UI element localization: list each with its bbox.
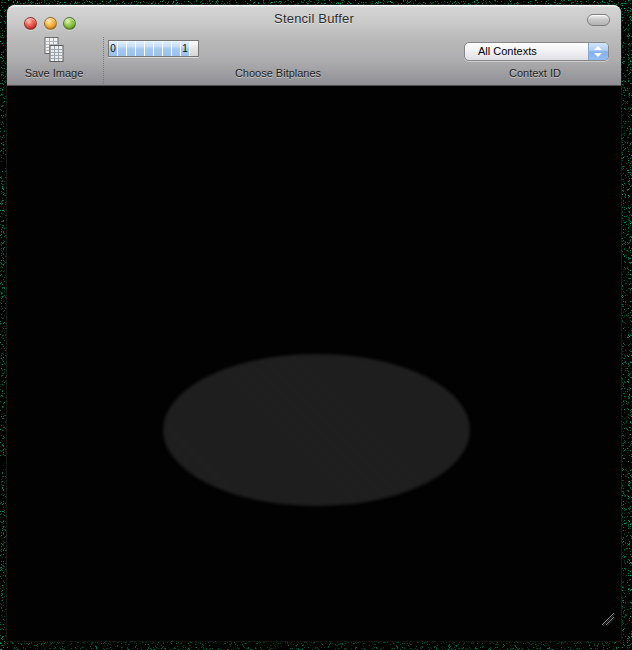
bitplane-cell[interactable]: [126, 41, 135, 56]
bitplane-matrix[interactable]: 01: [108, 40, 199, 57]
bitplane-cell[interactable]: 0: [109, 41, 117, 56]
bitplane-cell[interactable]: [144, 41, 153, 56]
save-image-label: Save Image: [15, 67, 93, 79]
bitplane-cell[interactable]: [162, 41, 171, 56]
stencil-buffer-window: Stencil Buffer Save Image 01 Choose Bitp…: [7, 5, 621, 641]
resize-grip-icon[interactable]: [600, 611, 616, 627]
bitplane-cell[interactable]: [135, 41, 144, 56]
up-down-arrows-icon: [588, 43, 608, 60]
window-title: Stencil Buffer: [97, 11, 531, 26]
context-id-label: Context ID: [455, 67, 615, 79]
bitplane-cell[interactable]: [117, 41, 126, 56]
context-id-popup[interactable]: All Contexts: [464, 42, 609, 61]
close-button[interactable]: [24, 17, 37, 30]
bitplane-cell[interactable]: [189, 41, 198, 56]
bitplane-cell[interactable]: [153, 41, 162, 56]
save-image-icon: [40, 36, 68, 64]
stencil-ellipse: [163, 354, 470, 506]
toolbar-toggle-pill-button[interactable]: [587, 14, 610, 26]
titlebar-toolbar: Stencil Buffer Save Image 01 Choose Bitp…: [7, 5, 621, 86]
context-id-popup-value: All Contexts: [478, 43, 537, 60]
bitplane-cell[interactable]: 1: [180, 41, 189, 56]
stencil-buffer-view: [7, 86, 621, 641]
bitplane-cell[interactable]: [171, 41, 180, 56]
choose-bitplanes-label: Choose Bitplanes: [178, 67, 378, 79]
minimize-button[interactable]: [44, 17, 57, 30]
zoom-button[interactable]: [63, 17, 76, 30]
toolbar-separator: [103, 37, 104, 84]
